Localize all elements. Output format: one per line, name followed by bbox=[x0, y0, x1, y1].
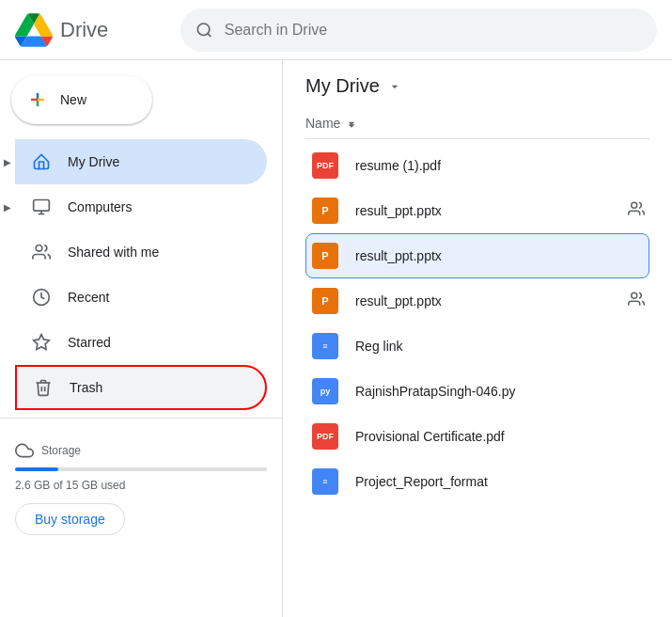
new-button[interactable]: New bbox=[11, 75, 152, 124]
content-area: My Drive Name PDF resume (1).pdf P resul… bbox=[282, 60, 672, 617]
computer-icon bbox=[30, 196, 53, 218]
sidebar-item-recent[interactable]: Recent bbox=[15, 275, 267, 320]
ppt-icon: P bbox=[310, 196, 340, 226]
computers-expand-arrow[interactable]: ▶ bbox=[0, 191, 15, 224]
sidebar-item-shared[interactable]: Shared with me bbox=[15, 229, 267, 275]
doc-icon: ≡ bbox=[310, 331, 340, 361]
file-list: PDF resume (1).pdf P result_ppt.pptx P r… bbox=[305, 143, 649, 504]
file-name: Reg link bbox=[355, 339, 645, 354]
star-icon bbox=[30, 331, 53, 354]
sort-row: Name bbox=[305, 112, 649, 139]
search-input[interactable] bbox=[225, 22, 642, 39]
sidebar-item-trash[interactable]: Trash bbox=[15, 365, 267, 410]
my-drive-expand-arrow[interactable]: ▶ bbox=[0, 146, 15, 179]
storage-bar-background bbox=[15, 467, 267, 471]
file-row[interactable]: ≡ Reg link bbox=[305, 324, 649, 369]
storage-used-text: 2.6 GB of 15 GB used bbox=[15, 479, 267, 492]
dropdown-arrow-icon[interactable] bbox=[387, 79, 402, 94]
file-name: resume (1).pdf bbox=[355, 158, 645, 173]
svg-line-1 bbox=[208, 33, 211, 36]
file-row[interactable]: ≡ Project_Report_format bbox=[305, 459, 649, 504]
sidebar-item-my-drive[interactable]: My Drive bbox=[15, 139, 267, 184]
sort-name-text: Name bbox=[305, 116, 340, 131]
share-icon bbox=[628, 200, 645, 221]
file-name: Project_Report_format bbox=[355, 474, 645, 489]
file-row[interactable]: P result_ppt.pptx bbox=[305, 188, 649, 233]
drive-icon bbox=[30, 150, 53, 173]
search-icon bbox=[195, 21, 213, 40]
py-icon: py bbox=[310, 376, 340, 406]
computers-nav-row: ▶ Computers bbox=[0, 184, 282, 229]
trash-label: Trash bbox=[70, 380, 102, 395]
file-row[interactable]: PDF Provisional Certificate.pdf bbox=[305, 414, 649, 459]
svg-marker-11 bbox=[34, 335, 50, 350]
storage-text: Storage bbox=[41, 444, 81, 457]
logo-area: Drive bbox=[15, 11, 165, 49]
file-name: result_ppt.pptx bbox=[355, 203, 613, 218]
doc-icon: ≡ bbox=[310, 467, 340, 497]
file-row[interactable]: PDF resume (1).pdf bbox=[305, 143, 649, 188]
my-drive-label: My Drive bbox=[68, 154, 119, 169]
pdf-icon: PDF bbox=[310, 150, 340, 181]
starred-label: Starred bbox=[68, 335, 111, 350]
file-name: Provisional Certificate.pdf bbox=[355, 429, 645, 444]
file-name: RajnishPratapSingh-046.py bbox=[355, 384, 645, 399]
svg-point-9 bbox=[36, 245, 42, 252]
people-icon bbox=[30, 241, 53, 263]
pdf-icon: PDF bbox=[310, 421, 340, 451]
content-header: My Drive bbox=[305, 75, 649, 97]
svg-point-0 bbox=[197, 23, 209, 34]
main-layout: New ▶ My Drive ▶ bbox=[0, 60, 672, 617]
buy-storage-button[interactable]: Buy storage bbox=[15, 503, 125, 535]
file-row[interactable]: P result_ppt.pptx bbox=[305, 278, 649, 324]
sidebar: New ▶ My Drive ▶ bbox=[0, 60, 282, 617]
file-row[interactable]: P result_ppt.pptx bbox=[305, 233, 649, 278]
ppt-icon: P bbox=[310, 286, 340, 316]
drive-logo-icon bbox=[15, 11, 53, 49]
sort-label[interactable]: Name bbox=[305, 116, 359, 131]
sidebar-item-starred[interactable]: Starred bbox=[15, 320, 267, 365]
storage-label-row: Storage bbox=[15, 441, 267, 460]
recent-label: Recent bbox=[68, 290, 109, 305]
app-header: Drive bbox=[0, 0, 672, 60]
file-name: result_ppt.pptx bbox=[355, 293, 613, 308]
storage-bar-fill bbox=[15, 467, 58, 471]
search-bar[interactable] bbox=[180, 8, 657, 52]
share-icon bbox=[628, 291, 645, 311]
svg-point-13 bbox=[632, 293, 637, 298]
cloud-icon bbox=[15, 441, 34, 460]
plus-icon bbox=[26, 88, 49, 111]
computers-label: Computers bbox=[68, 199, 132, 214]
sort-arrow-icon bbox=[344, 116, 359, 131]
shared-label: Shared with me bbox=[68, 245, 159, 260]
file-row[interactable]: py RajnishPratapSingh-046.py bbox=[305, 369, 649, 414]
file-name: result_ppt.pptx bbox=[355, 248, 645, 263]
new-button-label: New bbox=[60, 92, 86, 107]
ppt-icon: P bbox=[310, 241, 340, 271]
app-title: Drive bbox=[60, 18, 108, 42]
sidebar-divider bbox=[0, 418, 282, 419]
trash-icon bbox=[32, 376, 55, 399]
content-title: My Drive bbox=[305, 75, 380, 97]
sidebar-item-computers[interactable]: Computers bbox=[15, 184, 267, 229]
storage-section: Storage 2.6 GB of 15 GB used Buy storage bbox=[0, 426, 282, 550]
my-drive-nav-row: ▶ My Drive bbox=[0, 139, 282, 184]
clock-icon bbox=[30, 286, 53, 308]
svg-point-12 bbox=[632, 202, 637, 208]
svg-rect-6 bbox=[34, 200, 50, 212]
